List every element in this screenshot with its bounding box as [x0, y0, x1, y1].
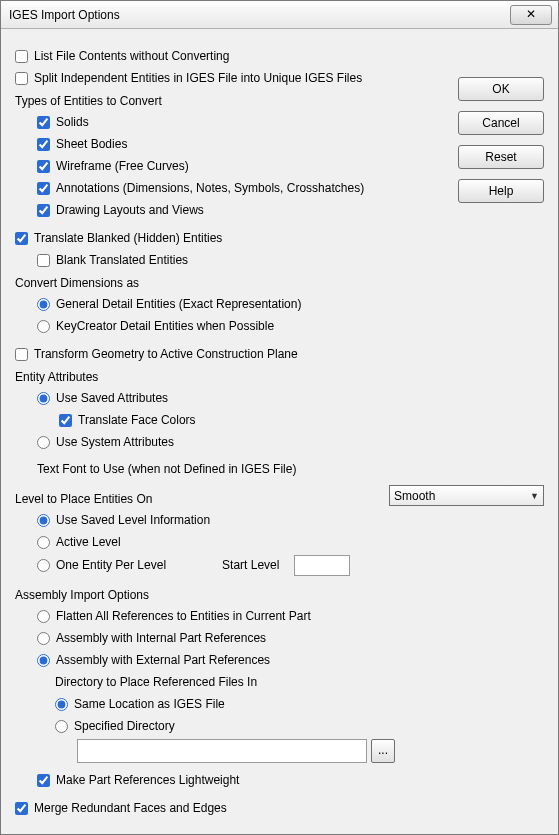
level-header: Level to Place Entities On — [15, 487, 435, 509]
text-font-value: Smooth — [394, 489, 435, 503]
text-font-label: Text Font to Use (when not Defined in IG… — [15, 462, 365, 476]
same-location-label: Same Location as IGES File — [74, 697, 225, 711]
cancel-button[interactable]: Cancel — [458, 111, 544, 135]
action-buttons-column: OK Cancel Reset Help — [458, 77, 544, 203]
asm-external-radio[interactable] — [37, 654, 50, 667]
translate-face-colors-label: Translate Face Colors — [78, 413, 196, 427]
wireframe-label: Wireframe (Free Curves) — [56, 159, 189, 173]
blank-translated-label: Blank Translated Entities — [56, 253, 188, 267]
split-entities-label: Split Independent Entities in IGES File … — [34, 71, 362, 85]
solids-label: Solids — [56, 115, 89, 129]
general-detail-label: General Detail Entities (Exact Represent… — [56, 297, 301, 311]
use-saved-attr-radio[interactable] — [37, 392, 50, 405]
lightweight-checkbox[interactable] — [37, 774, 50, 787]
options-column: List File Contents without Converting Sp… — [15, 45, 435, 481]
asm-external-label: Assembly with External Part References — [56, 653, 270, 667]
list-contents-checkbox[interactable] — [15, 50, 28, 63]
merge-faces-label: Merge Redundant Faces and Edges — [34, 801, 227, 815]
dialog-body: OK Cancel Reset Help List File Contents … — [1, 29, 558, 833]
keycreator-detail-label: KeyCreator Detail Entities when Possible — [56, 319, 274, 333]
flatten-radio[interactable] — [37, 610, 50, 623]
keycreator-detail-radio[interactable] — [37, 320, 50, 333]
same-location-radio[interactable] — [55, 698, 68, 711]
active-level-radio[interactable] — [37, 536, 50, 549]
entity-attr-header: Entity Attributes — [15, 365, 435, 387]
flatten-label: Flatten All References to Entities in Cu… — [56, 609, 311, 623]
titlebar: IGES Import Options ✕ — [1, 1, 558, 29]
use-saved-level-label: Use Saved Level Information — [56, 513, 210, 527]
transform-geometry-checkbox[interactable] — [15, 348, 28, 361]
specified-dir-label: Specified Directory — [74, 719, 175, 733]
blank-translated-checkbox[interactable] — [37, 254, 50, 267]
dialog-window: IGES Import Options ✕ OK Cancel Reset He… — [0, 0, 559, 835]
specified-dir-radio[interactable] — [55, 720, 68, 733]
merge-faces-checkbox[interactable] — [15, 802, 28, 815]
window-title: IGES Import Options — [7, 8, 510, 22]
specified-dir-input[interactable] — [77, 739, 367, 763]
convert-dim-header: Convert Dimensions as — [15, 271, 435, 293]
use-saved-level-radio[interactable] — [37, 514, 50, 527]
annotations-checkbox[interactable] — [37, 182, 50, 195]
ok-button[interactable]: OK — [458, 77, 544, 101]
translate-face-colors-checkbox[interactable] — [59, 414, 72, 427]
asm-internal-radio[interactable] — [37, 632, 50, 645]
asm-internal-label: Assembly with Internal Part References — [56, 631, 266, 645]
start-level-input[interactable] — [294, 555, 350, 576]
use-system-attr-radio[interactable] — [37, 436, 50, 449]
annotations-label: Annotations (Dimensions, Notes, Symbols,… — [56, 181, 364, 195]
types-header: Types of Entities to Convert — [15, 89, 435, 111]
options-column-2: Level to Place Entities On Use Saved Lev… — [15, 481, 435, 819]
use-system-attr-label: Use System Attributes — [56, 435, 174, 449]
drawing-layouts-checkbox[interactable] — [37, 204, 50, 217]
drawing-layouts-label: Drawing Layouts and Views — [56, 203, 204, 217]
one-entity-per-level-label: One Entity Per Level — [56, 558, 166, 572]
dir-label: Directory to Place Referenced Files In — [55, 675, 257, 689]
browse-button[interactable]: ... — [371, 739, 395, 763]
translate-blanked-checkbox[interactable] — [15, 232, 28, 245]
chevron-down-icon: ▼ — [530, 491, 539, 501]
help-button[interactable]: Help — [458, 179, 544, 203]
reset-button[interactable]: Reset — [458, 145, 544, 169]
translate-blanked-label: Translate Blanked (Hidden) Entities — [34, 231, 222, 245]
sheet-bodies-label: Sheet Bodies — [56, 137, 127, 151]
assembly-header: Assembly Import Options — [15, 583, 435, 605]
general-detail-radio[interactable] — [37, 298, 50, 311]
text-font-select[interactable]: Smooth ▼ — [389, 485, 544, 506]
use-saved-attr-label: Use Saved Attributes — [56, 391, 168, 405]
one-entity-per-level-radio[interactable] — [37, 559, 50, 572]
close-button[interactable]: ✕ — [510, 5, 552, 25]
transform-geometry-label: Transform Geometry to Active Constructio… — [34, 347, 298, 361]
wireframe-checkbox[interactable] — [37, 160, 50, 173]
active-level-label: Active Level — [56, 535, 121, 549]
list-contents-label: List File Contents without Converting — [34, 49, 229, 63]
start-level-label: Start Level — [222, 558, 294, 572]
split-entities-checkbox[interactable] — [15, 72, 28, 85]
sheet-bodies-checkbox[interactable] — [37, 138, 50, 151]
solids-checkbox[interactable] — [37, 116, 50, 129]
lightweight-label: Make Part References Lightweight — [56, 773, 239, 787]
